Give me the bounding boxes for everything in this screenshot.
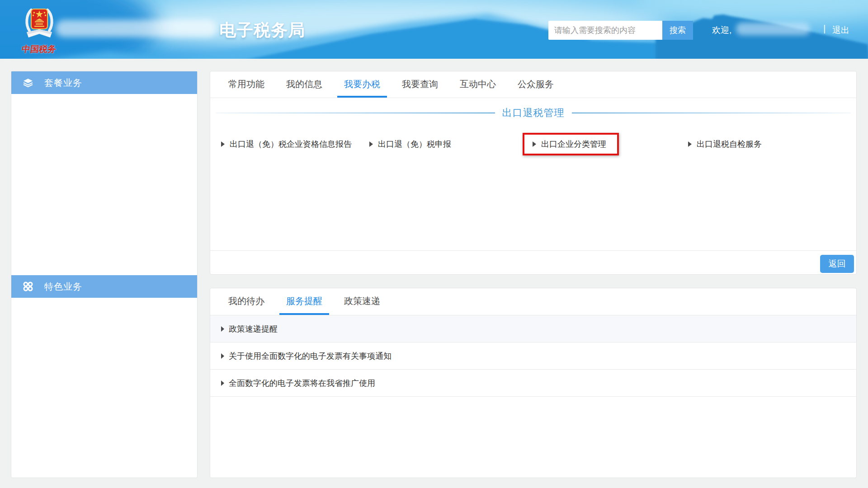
export-tax-links-row: 出口退（免）税企业资格信息报告 出口退（免）税申报 出口企业分类管理 出口退税自… xyxy=(210,133,856,155)
notices-panel: 我的待办 服务提醒 政策速递 政策速递提醒 关于使用全面数字化的电子发票有关事项… xyxy=(210,288,857,478)
sidebar: 套餐业务 特色业务 xyxy=(11,71,198,478)
notice-item-policy-express-reminder[interactable]: 政策速递提醒 xyxy=(210,315,856,343)
link-export-tax-qualification-report[interactable]: 出口退（免）税企业资格信息报告 xyxy=(221,133,352,155)
search-input[interactable] xyxy=(548,21,662,40)
caret-right-icon xyxy=(221,326,224,332)
caret-right-icon xyxy=(221,380,224,386)
caret-right-icon xyxy=(221,353,224,359)
tab-common-functions[interactable]: 常用功能 xyxy=(222,71,271,98)
link-export-tax-declaration[interactable]: 出口退（免）税申报 xyxy=(369,133,451,155)
welcome-label: 欢迎, xyxy=(712,24,731,36)
header-search: 搜索 xyxy=(548,21,693,40)
tab-my-information[interactable]: 我的信息 xyxy=(279,71,329,98)
logout-link[interactable]: 退出 xyxy=(832,24,849,36)
search-button[interactable]: 搜索 xyxy=(662,21,693,40)
caret-right-icon xyxy=(369,141,373,147)
tab-i-want-to-query[interactable]: 我要查询 xyxy=(395,71,445,98)
tab-public-services[interactable]: 公众服务 xyxy=(511,71,561,98)
sidebar-section-label: 特色业务 xyxy=(44,281,82,293)
tab-policy-express[interactable]: 政策速递 xyxy=(337,288,387,315)
title-decor-line-left xyxy=(216,113,495,113)
tax-functions-panel: 常用功能 我的信息 我要办税 我要查询 互动中心 公众服务 出口退税管理 出口退… xyxy=(210,71,857,275)
main-tabstrip: 常用功能 我的信息 我要办税 我要查询 互动中心 公众服务 xyxy=(210,71,856,98)
sidebar-section-special-business[interactable]: 特色业务 xyxy=(11,275,197,298)
notices-tabstrip: 我的待办 服务提醒 政策速递 xyxy=(210,288,856,315)
sidebar-section-label: 套餐业务 xyxy=(44,77,82,89)
panel-footer: 返回 xyxy=(210,250,856,275)
section-title-row: 出口退税管理 xyxy=(216,104,851,122)
link-export-enterprise-classification-highlighted[interactable]: 出口企业分类管理 xyxy=(523,133,619,155)
tab-my-todo[interactable]: 我的待办 xyxy=(222,288,271,315)
four-circles-icon xyxy=(23,281,33,292)
notice-list: 政策速递提醒 关于使用全面数字化的电子发票有关事项通知 全面数字化的电子发票将在… xyxy=(210,315,856,397)
section-title: 出口退税管理 xyxy=(502,106,565,120)
site-title: 电子税务局 xyxy=(219,19,305,42)
header-banner: 中国税务 电子税务局 搜索 欢迎, | 退出 xyxy=(0,0,868,59)
notice-item-digital-invoice-promotion[interactable]: 全面数字化的电子发票将在我省推广使用 xyxy=(210,370,856,397)
notice-item-digital-invoice-notice[interactable]: 关于使用全面数字化的电子发票有关事项通知 xyxy=(210,343,856,370)
tab-service-reminders[interactable]: 服务提醒 xyxy=(279,288,329,315)
redacted-organization-name xyxy=(56,20,217,37)
link-export-tax-self-check-service[interactable]: 出口退税自检服务 xyxy=(688,133,762,155)
sidebar-section-package-business[interactable]: 套餐业务 xyxy=(11,71,197,94)
brand-caption: 中国税务 xyxy=(14,43,63,55)
layers-icon xyxy=(23,77,33,88)
back-button[interactable]: 返回 xyxy=(820,255,854,273)
caret-right-icon xyxy=(533,141,536,147)
redacted-user-name xyxy=(736,23,810,35)
caret-right-icon xyxy=(221,141,225,147)
header-divider: | xyxy=(823,23,826,34)
tax-bureau-emblem-logo xyxy=(24,6,55,43)
tab-i-want-to-handle-tax[interactable]: 我要办税 xyxy=(337,71,387,98)
title-decor-line-right xyxy=(572,113,851,113)
caret-right-icon xyxy=(688,141,692,147)
tab-interaction-center[interactable]: 互动中心 xyxy=(453,71,503,98)
